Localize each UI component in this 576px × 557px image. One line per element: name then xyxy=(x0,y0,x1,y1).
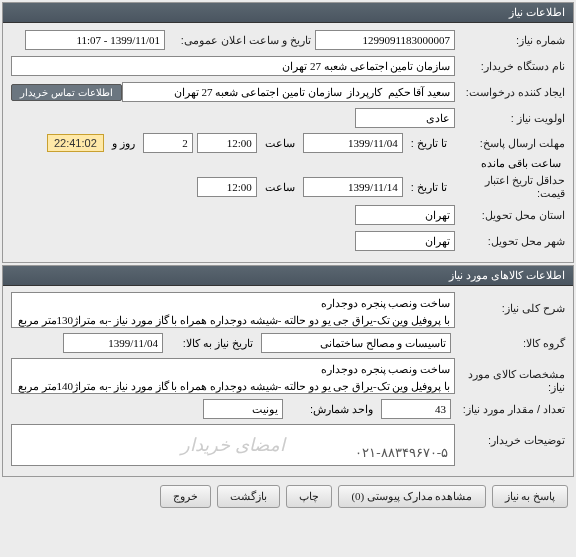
min-valid-label: حداقل تاریخ اعتبار قیمت: xyxy=(455,174,565,200)
goods-info-body: شرح کلی نیاز: گروه کالا: تاریخ نیاز به ک… xyxy=(3,286,573,476)
deadline-date-input[interactable] xyxy=(303,133,403,153)
announce-date-label: تاریخ و ساعت اعلان عمومی: xyxy=(165,34,315,47)
creator-label: ایجاد کننده درخواست: xyxy=(455,86,565,99)
delivery-state-input[interactable] xyxy=(355,205,455,225)
need-date-label: تاریخ نیاز به کالا: xyxy=(167,337,257,350)
request-no-input[interactable] xyxy=(315,30,455,50)
desc-textarea[interactable] xyxy=(11,292,455,328)
priority-label: اولویت نیاز : xyxy=(455,112,565,125)
delivery-state-label: استان محل تحویل: xyxy=(455,209,565,222)
qty-input[interactable] xyxy=(381,399,451,419)
need-info-header: اطلاعات نیاز xyxy=(3,3,573,23)
print-button[interactable]: چاپ xyxy=(286,485,332,508)
min-valid-to-label: تا تاریخ : xyxy=(407,181,451,194)
deadline-time-label: ساعت xyxy=(261,137,299,150)
creator-input[interactable] xyxy=(122,82,455,102)
time-remaining-badge: 22:41:02 xyxy=(47,134,104,152)
deadline-time-input[interactable] xyxy=(197,133,257,153)
spec-textarea[interactable] xyxy=(11,358,455,394)
buyer-org-label: نام دستگاه خریدار: xyxy=(455,60,565,73)
buyer-org-input[interactable] xyxy=(11,56,455,76)
deadline-label: مهلت ارسال پاسخ: xyxy=(455,137,565,150)
delivery-city-label: شهر محل تحویل: xyxy=(455,235,565,248)
request-no-label: شماره نیاز: xyxy=(455,34,565,47)
min-valid-time-input[interactable] xyxy=(197,177,257,197)
min-valid-date-input[interactable] xyxy=(303,177,403,197)
goods-info-header: اطلاعات کالاهای مورد نیاز xyxy=(3,266,573,286)
time-remaining-label: ساعت باقی مانده xyxy=(477,157,565,170)
unit-label: واحد شمارش: xyxy=(287,403,377,416)
back-button[interactable]: بازگشت xyxy=(217,485,280,508)
buyer-notes-label: توضیحات خریدار: xyxy=(455,424,565,447)
group-input[interactable] xyxy=(261,333,451,353)
qty-label: تعداد / مقدار مورد نیاز: xyxy=(455,403,565,416)
goods-info-panel: اطلاعات کالاهای مورد نیاز شرح کلی نیاز: … xyxy=(2,265,574,477)
reply-button[interactable]: پاسخ به نیاز xyxy=(492,485,569,508)
spec-label: مشخصات کالای مورد نیاز: xyxy=(455,358,565,394)
exit-button[interactable]: خروج xyxy=(160,485,211,508)
deadline-to-label: تا تاریخ : xyxy=(407,137,451,150)
need-info-body: شماره نیاز: تاریخ و ساعت اعلان عمومی: نا… xyxy=(3,23,573,262)
need-date-input[interactable] xyxy=(63,333,163,353)
announce-date-input[interactable] xyxy=(25,30,165,50)
priority-input[interactable] xyxy=(355,108,455,128)
unit-input[interactable] xyxy=(203,399,283,419)
min-valid-time-label: ساعت xyxy=(261,181,299,194)
buyer-contact-button[interactable]: اطلاعات تماس خریدار xyxy=(11,84,122,101)
desc-label: شرح کلی نیاز: xyxy=(455,292,565,315)
days-remaining-label: روز و xyxy=(108,137,139,150)
buyer-notes-watermark: امضای خریدار xyxy=(181,434,285,456)
days-remaining-input[interactable] xyxy=(143,133,193,153)
buyer-notes-box[interactable]: امضای خریدار ۰۲۱-۸۸۳۴۹۶۷۰-۵ xyxy=(11,424,455,466)
need-info-panel: اطلاعات نیاز شماره نیاز: تاریخ و ساعت اع… xyxy=(2,2,574,263)
group-label: گروه کالا: xyxy=(455,337,565,350)
delivery-city-input[interactable] xyxy=(355,231,455,251)
buyer-notes-phone: ۰۲۱-۸۸۳۴۹۶۷۰-۵ xyxy=(355,445,448,461)
button-bar: پاسخ به نیاز مشاهده مدارک پیوستی (0) چاپ… xyxy=(0,479,576,514)
attachments-button[interactable]: مشاهده مدارک پیوستی (0) xyxy=(338,485,485,508)
